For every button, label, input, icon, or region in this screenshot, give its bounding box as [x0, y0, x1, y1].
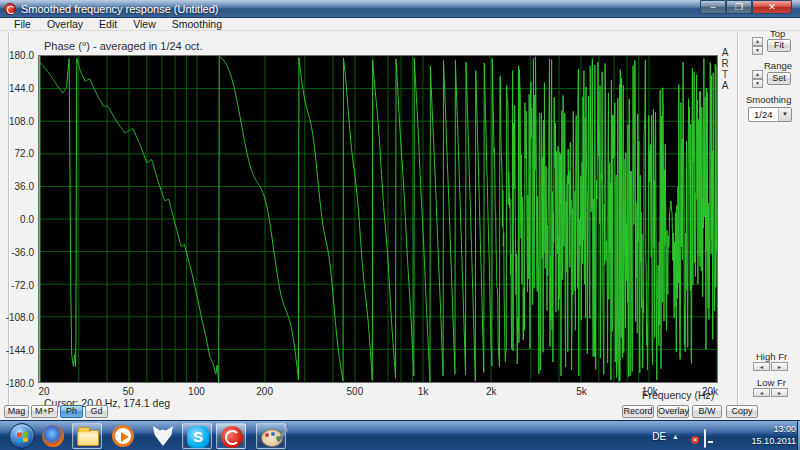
y-tick-label: -108.0	[0, 312, 34, 323]
mag-button[interactable]: Mag	[4, 405, 29, 418]
chart-title: Phase (°) - averaged in 1/24 oct.	[44, 40, 203, 52]
y-tick-label: -36.0	[0, 247, 34, 258]
taskbar-clock[interactable]: 13:00 15.10.2011	[752, 423, 796, 447]
arta-taskbar-button[interactable]	[216, 423, 246, 449]
system-tray: DE ▲ ✕	[652, 421, 755, 450]
y-tick-label: -180.0	[0, 378, 34, 389]
y-tick-label: 144.0	[0, 83, 34, 94]
smoothing-value: 1/24	[754, 109, 773, 121]
ph-button[interactable]: Ph	[60, 405, 83, 418]
skype-icon: S	[186, 425, 210, 449]
high-fr-left-icon[interactable]: ◄	[753, 362, 770, 371]
menu-file[interactable]: File	[6, 18, 39, 31]
menu-edit[interactable]: Edit	[91, 18, 125, 31]
range-up-icon[interactable]: ▲	[752, 70, 763, 79]
y-tick-label: 72.0	[0, 148, 34, 159]
x-tick-label: 5k	[576, 386, 587, 397]
show-hidden-icons[interactable]: ▲	[672, 433, 679, 440]
update-alert-icon[interactable]	[723, 430, 736, 443]
range-label: Range	[764, 60, 792, 71]
top-label: Top	[770, 28, 785, 39]
explorer-taskbar-button[interactable]	[72, 423, 102, 449]
low-fr-right-icon[interactable]: ►	[771, 388, 788, 397]
title-bar: Smoothed frequency response (Untitled) –…	[0, 0, 800, 18]
x-axis-label: Frequency (Hz)	[642, 389, 714, 401]
range-down-icon[interactable]: ▼	[752, 79, 763, 88]
y-tick-label: -72.0	[0, 280, 34, 291]
arta-app-icon[interactable]	[4, 3, 16, 15]
x-tick-label: 200	[256, 386, 273, 397]
phase-plot-svg	[39, 56, 717, 382]
y-tick-label: 108.0	[0, 116, 34, 127]
maximize-button[interactable]: ❐	[726, 0, 752, 14]
clock-date: 15.10.2011	[752, 435, 796, 447]
paint-palette-icon	[260, 425, 284, 449]
paint-taskbar-button[interactable]	[256, 423, 286, 449]
x-tick-label: 100	[188, 386, 205, 397]
plot-panel: Phase (°) - averaged in 1/24 oct. 180.01…	[0, 31, 800, 420]
y-tick-label: 180.0	[0, 50, 34, 61]
range-spinner[interactable]: ▲▼	[752, 70, 763, 87]
high-fr-buttons: ◄►	[753, 362, 788, 371]
x-tick-label: 500	[347, 386, 364, 397]
top-up-icon[interactable]: ▲	[752, 37, 763, 46]
menu-smoothing[interactable]: Smoothing	[164, 18, 230, 31]
low-fr-buttons: ◄►	[753, 388, 788, 397]
arta-icon	[220, 425, 244, 449]
copy-button[interactable]: Copy	[726, 405, 758, 418]
start-button[interactable]	[9, 423, 35, 449]
skype-taskbar-button[interactable]: S	[182, 423, 212, 449]
fit-button[interactable]: Fit	[767, 39, 791, 52]
high-fr-label: High Fr	[756, 351, 787, 362]
bw-button[interactable]: B/W	[692, 405, 722, 418]
taskbar: S DE ▲ ✕ 13:00 15.10.2011	[0, 420, 800, 450]
y-tick-label: 36.0	[0, 181, 34, 192]
arta-logo-vertical: ARTA	[720, 47, 730, 91]
menu-overlay[interactable]: Overlay	[39, 18, 91, 31]
y-tick-label: 0.0	[0, 214, 34, 225]
firefox-icon[interactable]	[41, 424, 65, 448]
top-down-icon[interactable]: ▼	[752, 46, 763, 55]
menu-bar: File Overlay Edit View Smoothing	[0, 18, 800, 31]
media-player-icon[interactable]	[111, 424, 135, 448]
windows-flag-icon	[17, 431, 28, 442]
x-tick-label: 50	[123, 386, 134, 397]
menu-view[interactable]: View	[125, 18, 164, 31]
x-tick-label: 1k	[418, 386, 429, 397]
x-tick-label: 20	[38, 386, 49, 397]
foobar2000-icon[interactable]	[151, 424, 175, 448]
gd-button[interactable]: Gd	[85, 405, 108, 418]
low-fr-label: Low Fr	[757, 377, 786, 388]
low-fr-left-icon[interactable]: ◄	[753, 388, 770, 397]
high-fr-right-icon[interactable]: ►	[771, 362, 788, 371]
action-center-flag-icon[interactable]: ✕	[685, 430, 698, 443]
minimize-button[interactable]: –	[700, 0, 726, 14]
record-button[interactable]: Record	[622, 405, 654, 418]
x-tick-label: 2k	[486, 386, 497, 397]
language-indicator[interactable]: DE	[652, 431, 666, 442]
chevron-down-icon[interactable]: ▼	[778, 108, 791, 121]
phase-plot-area[interactable]	[38, 55, 718, 383]
top-spinner[interactable]: ▲▼	[752, 37, 763, 54]
window-title: Smoothed frequency response (Untitled)	[21, 3, 219, 15]
panel-edge-right	[737, 33, 738, 418]
smoothing-label: Smoothing	[746, 94, 791, 105]
smoothing-dropdown[interactable]: 1/24 ▼	[748, 107, 792, 122]
clock-time: 13:00	[752, 423, 796, 435]
network-icon[interactable]	[704, 430, 717, 443]
set-button[interactable]: Set	[767, 72, 791, 85]
overlay-button[interactable]: Overlay	[657, 405, 689, 418]
close-button[interactable]: ✕	[752, 0, 792, 14]
y-tick-label: -144.0	[0, 345, 34, 356]
m-plus-p-button[interactable]: M+P	[31, 405, 58, 418]
explorer-folder-icon	[76, 425, 100, 449]
